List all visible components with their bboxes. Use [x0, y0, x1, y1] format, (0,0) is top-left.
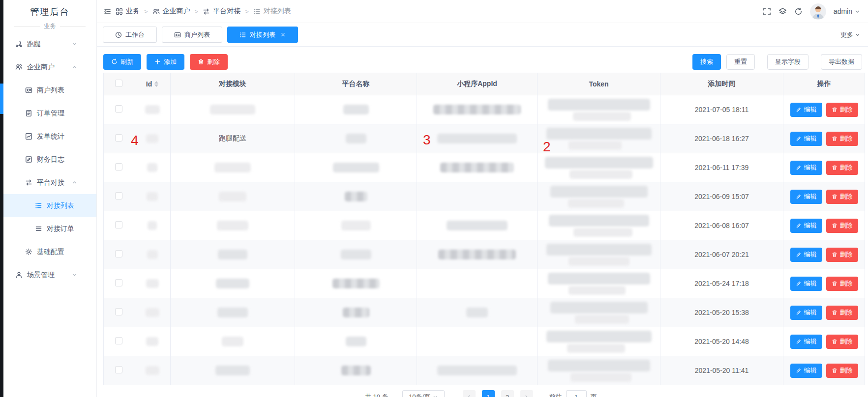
row-checkbox[interactable] — [115, 279, 122, 286]
redacted-content — [222, 337, 243, 346]
sidebar-item-1[interactable]: 跑腿 — [3, 32, 96, 56]
row-id-cell — [134, 298, 171, 327]
row-appid-cell — [417, 153, 538, 182]
row-checkbox[interactable] — [115, 308, 122, 315]
fullscreen-icon[interactable] — [763, 7, 771, 16]
theme-icon[interactable] — [778, 7, 787, 16]
redacted-content — [145, 105, 160, 114]
tab-2[interactable]: 商户列表 — [162, 27, 222, 43]
sidebar-item-4[interactable]: 订单管理 — [3, 102, 96, 125]
row-token-cell — [538, 240, 660, 269]
user-menu[interactable]: admin — [834, 7, 860, 15]
tab-1[interactable]: 工作台 — [103, 27, 157, 43]
redacted-content — [343, 308, 369, 317]
row-edit-button[interactable]: 编辑 — [790, 364, 822, 378]
refresh-button[interactable]: 刷新 — [103, 54, 141, 70]
data-table: Id对接模块平台名称小程序AppIdToken添加时间操作 2021-07-05… — [103, 73, 865, 385]
row-edit-button[interactable]: 编辑 — [790, 219, 822, 233]
row-token-cell — [538, 153, 660, 182]
sidebar-item-11[interactable]: 场景管理 — [3, 263, 96, 286]
sidebar-item-6[interactable]: 财务日志 — [3, 148, 96, 171]
breadcrumb-item[interactable]: 业务 — [116, 7, 140, 16]
sidebar-item-8[interactable]: 对接列表 — [3, 194, 96, 217]
row-delete-button[interactable]: 删除 — [826, 132, 858, 146]
page-button-2[interactable]: 2 — [501, 390, 514, 397]
row-delete-button[interactable]: 删除 — [826, 219, 858, 233]
row-module-cell — [171, 356, 295, 385]
row-delete-button[interactable]: 删除 — [826, 248, 858, 262]
row-checkbox[interactable] — [115, 192, 122, 199]
reload-icon[interactable] — [794, 7, 803, 16]
redacted-token — [538, 360, 659, 382]
sidebar-item-5[interactable]: 发单统计 — [3, 125, 96, 148]
table-body: 2021-07-05 18:11编辑删除跑腿配送2021-06-18 16:27… — [104, 95, 865, 385]
table-row: 2021-06-08 16:07编辑删除 — [104, 211, 865, 240]
row-checkbox[interactable] — [115, 337, 122, 344]
redacted-content — [575, 315, 629, 324]
export-button[interactable]: 导出数据 — [821, 54, 862, 70]
row-edit-button[interactable]: 编辑 — [790, 103, 822, 117]
row-edit-button[interactable]: 编辑 — [790, 190, 822, 204]
content-pane: 刷新 添加 删除 搜索 重置 显示字段 — [97, 47, 868, 397]
row-delete-button[interactable]: 删除 — [826, 190, 858, 204]
delete-button[interactable]: 删除 — [190, 54, 228, 70]
edit-icon — [796, 223, 802, 228]
breadcrumb-item[interactable]: 企业商户 — [152, 7, 190, 16]
row-delete-button[interactable]: 删除 — [826, 364, 858, 378]
row-delete-button[interactable]: 删除 — [826, 335, 858, 349]
close-icon[interactable] — [280, 32, 286, 37]
add-button[interactable]: 添加 — [147, 54, 184, 70]
row-edit-button[interactable]: 编辑 — [790, 132, 822, 146]
avatar[interactable] — [810, 3, 826, 20]
row-platform-cell — [295, 124, 417, 153]
table-header-row: Id对接模块平台名称小程序AppIdToken添加时间操作 — [104, 73, 865, 95]
select-all-checkbox[interactable] — [115, 80, 122, 87]
goto-page-input[interactable] — [566, 390, 587, 397]
row-token-cell — [538, 269, 660, 298]
row-checkbox[interactable] — [115, 221, 122, 228]
row-checkbox[interactable] — [115, 134, 122, 142]
page-size-select[interactable]: 10条/页 — [402, 390, 445, 397]
row-edit-button[interactable]: 编辑 — [790, 335, 822, 349]
prev-page-button[interactable] — [463, 390, 476, 397]
row-delete-button[interactable]: 删除 — [826, 103, 858, 117]
row-checkbox[interactable] — [115, 105, 122, 113]
next-page-button[interactable] — [520, 390, 533, 397]
plus-icon — [154, 58, 161, 65]
row-added-time-cell: 2021-06-09 15:07 — [660, 182, 783, 211]
menu-fold-icon[interactable] — [104, 8, 111, 15]
redacted-content — [333, 163, 379, 172]
row-delete-button[interactable]: 删除 — [826, 161, 858, 175]
row-edit-button[interactable]: 编辑 — [790, 161, 822, 175]
redacted-content — [148, 221, 157, 230]
sidebar-item-label: 场景管理 — [27, 271, 55, 280]
sidebar-item-3[interactable]: 商户列表 — [3, 79, 96, 102]
chevron-down-icon — [72, 41, 77, 47]
redacted-content — [346, 337, 366, 346]
sidebar-item-10[interactable]: 基础配置 — [3, 240, 96, 263]
row-edit-button[interactable]: 编辑 — [790, 277, 822, 291]
show-fields-button[interactable]: 显示字段 — [767, 54, 808, 70]
tab-3[interactable]: 对接列表 — [227, 27, 298, 43]
more-dropdown[interactable]: 更多 — [840, 30, 860, 39]
row-edit-button[interactable]: 编辑 — [790, 248, 822, 262]
sidebar-item-7[interactable]: 平台对接 — [3, 171, 96, 194]
row-checkbox[interactable] — [115, 250, 122, 257]
sidebar-item-9[interactable]: 对接订单 — [3, 217, 96, 240]
row-actions-cell: 编辑删除 — [783, 182, 865, 211]
row-delete-button[interactable]: 删除 — [826, 277, 858, 291]
reset-button[interactable]: 重置 — [726, 54, 755, 70]
search-button[interactable]: 搜索 — [692, 54, 721, 70]
dashboard-icon — [115, 31, 122, 38]
row-added-time: 2021-05-20 15:38 — [694, 309, 749, 316]
sidebar-item-2[interactable]: 企业商户 — [3, 56, 96, 79]
page-button-1[interactable]: 1 — [482, 390, 495, 397]
row-checkbox[interactable] — [115, 366, 122, 373]
row-added-time: 2021-06-07 20:21 — [694, 251, 749, 258]
redacted-content — [569, 170, 632, 179]
breadcrumb-item[interactable]: 平台对接 — [203, 7, 240, 16]
row-delete-button[interactable]: 删除 — [826, 306, 858, 320]
sort-caret-icon[interactable] — [154, 81, 158, 87]
row-edit-button[interactable]: 编辑 — [790, 306, 822, 320]
row-checkbox[interactable] — [115, 163, 122, 170]
